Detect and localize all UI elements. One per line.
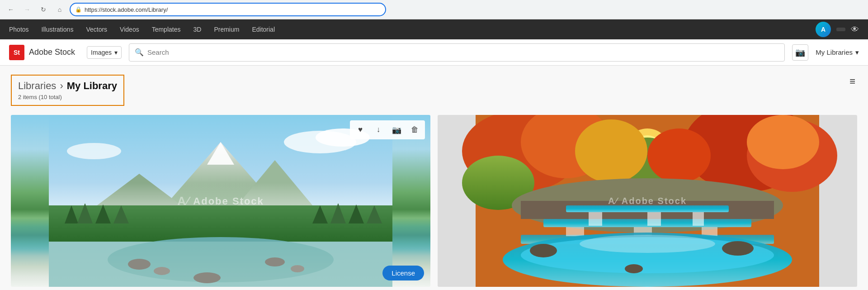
visual-search-button[interactable]: 📷 (792, 44, 808, 61)
nav-templates[interactable]: Templates (152, 26, 181, 33)
svg-point-3 (67, 143, 121, 159)
search-type-select[interactable]: Images ▾ (87, 46, 122, 59)
download-icon: ↓ (377, 125, 381, 134)
reload-button[interactable]: ↻ (37, 3, 50, 16)
user-avatar[interactable]: A (816, 22, 831, 37)
nav-illustrations[interactable]: Illustrations (42, 26, 74, 33)
url-text: https://stock.adobe.com/Library/ (85, 6, 168, 13)
nav-premium[interactable]: Premium (214, 26, 239, 33)
image-actions-mountain: ♥ ↓ 📷 🗑 (350, 120, 425, 139)
find-similar-button-mountain[interactable]: 📷 (389, 122, 404, 138)
svg-point-23 (291, 265, 304, 272)
nav-vectors[interactable]: Vectors (86, 26, 107, 33)
menu-button[interactable]: ≡ (848, 75, 857, 88)
breadcrumb-separator: › (60, 80, 63, 92)
nav-3d[interactable]: 3D (193, 26, 201, 33)
svg-rect-44 (693, 212, 704, 226)
item-count: 2 items (10 total) (18, 94, 117, 100)
search-type-label: Images (91, 49, 112, 56)
svg-rect-45 (566, 227, 584, 236)
content-area: Libraries › My Library 2 items (10 total… (0, 66, 868, 290)
breadcrumb-path: Libraries › My Library (18, 80, 117, 92)
svg-rect-19 (49, 242, 392, 287)
my-libraries-label: My Libraries (816, 48, 853, 56)
svg-point-35 (575, 119, 647, 183)
svg-point-52 (625, 264, 643, 273)
logo-box: St (9, 45, 24, 60)
my-libraries-button[interactable]: My Libraries ▾ (816, 48, 859, 57)
lock-icon: 🔒 (75, 6, 82, 13)
svg-rect-43 (647, 212, 661, 226)
camera-icon-small: 📷 (392, 125, 401, 135)
heart-icon: ♥ (358, 125, 363, 134)
nav-editorial[interactable]: Editorial (252, 26, 275, 33)
svg-point-24 (193, 272, 221, 283)
user-name-button[interactable] (836, 28, 845, 31)
license-button-mountain[interactable]: License (382, 266, 424, 280)
delete-button-mountain[interactable]: 🗑 (407, 122, 422, 138)
image-card-waterfall: A∕ Adobe Stock (438, 115, 857, 287)
chevron-down-icon: ▾ (855, 48, 859, 57)
address-bar[interactable]: 🔒 https://stock.adobe.com/Library/ (70, 3, 386, 16)
search-bar: 🔍 (129, 43, 785, 62)
breadcrumb-box: Libraries › My Library 2 items (10 total… (11, 75, 124, 106)
search-icon: 🔍 (135, 48, 144, 57)
site-header: St Adobe Stock Images ▾ 🔍 📷 My Libraries… (0, 39, 868, 66)
breadcrumb-current: My Library (67, 80, 117, 92)
home-button[interactable]: ⌂ (53, 3, 66, 16)
trash-icon: 🗑 (411, 125, 419, 134)
camera-icon: 📷 (795, 48, 805, 57)
svg-point-36 (647, 128, 711, 183)
favorite-button-mountain[interactable]: ♥ (353, 122, 368, 138)
svg-point-22 (265, 257, 285, 266)
browser-chrome: ← → ↻ ⌂ 🔒 https://stock.adobe.com/Librar… (0, 0, 868, 19)
svg-point-20 (128, 259, 151, 270)
svg-point-32 (747, 115, 819, 169)
browser-toolbar: ← → ↻ ⌂ 🔒 https://stock.adobe.com/Librar… (0, 0, 868, 19)
nav-videos[interactable]: Videos (120, 26, 139, 33)
svg-rect-42 (589, 212, 602, 226)
download-button-mountain[interactable]: ↓ (371, 122, 386, 138)
nav-links: Photos Illustrations Vectors Videos Temp… (9, 26, 275, 33)
svg-point-51 (722, 241, 754, 256)
svg-point-53 (580, 235, 715, 253)
breadcrumb-section: Libraries › My Library 2 items (10 total… (11, 75, 857, 106)
back-button[interactable]: ← (5, 3, 17, 16)
svg-point-21 (154, 267, 170, 275)
breadcrumb-parent[interactable]: Libraries (18, 80, 56, 92)
chevron-down-icon: ▾ (114, 49, 118, 56)
site-name: Adobe Stock (29, 48, 75, 57)
forward-button[interactable]: → (21, 3, 33, 16)
nav-user-area: A 👁 (816, 22, 859, 37)
logo-area: St Adobe Stock (9, 45, 75, 60)
image-grid: A∕ Adobe Stock ♥ ↓ 📷 🗑 License (11, 115, 857, 287)
svg-point-50 (530, 244, 557, 257)
search-input[interactable] (147, 48, 779, 56)
nav-photos[interactable]: Photos (9, 26, 29, 33)
adobe-nav-bar: Photos Illustrations Vectors Videos Temp… (0, 19, 868, 39)
image-card-mountain: A∕ Adobe Stock ♥ ↓ 📷 🗑 License (11, 115, 430, 287)
svg-rect-39 (566, 205, 729, 212)
eye-icon[interactable]: 👁 (851, 25, 859, 34)
